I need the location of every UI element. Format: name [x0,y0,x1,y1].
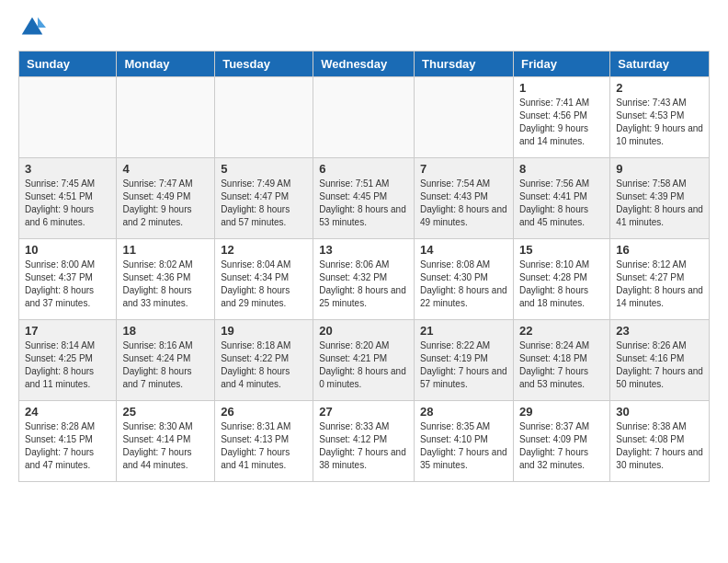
day-detail: Sunrise: 8:12 AM Sunset: 4:27 PM Dayligh… [616,259,703,310]
calendar-cell: 30Sunrise: 8:38 AM Sunset: 4:08 PM Dayli… [610,401,710,482]
calendar-cell: 28Sunrise: 8:35 AM Sunset: 4:10 PM Dayli… [415,401,514,482]
week-row: 3Sunrise: 7:45 AM Sunset: 4:51 PM Daylig… [19,158,710,239]
calendar-cell: 15Sunrise: 8:10 AM Sunset: 4:28 PM Dayli… [513,239,609,320]
day-number: 2 [616,81,703,95]
day-number: 21 [420,324,507,338]
day-detail: Sunrise: 7:58 AM Sunset: 4:39 PM Dayligh… [616,178,703,229]
calendar-cell: 21Sunrise: 8:22 AM Sunset: 4:19 PM Dayli… [415,320,514,401]
day-number: 5 [221,162,307,176]
day-number: 11 [122,243,209,257]
calendar-cell: 26Sunrise: 8:31 AM Sunset: 4:13 PM Dayli… [215,401,313,482]
day-number: 27 [319,405,408,419]
header-row: SundayMondayTuesdayWednesdayThursdayFrid… [19,52,710,77]
logo-icon [18,14,46,41]
calendar-cell [19,77,117,158]
day-number: 29 [519,405,604,419]
day-number: 8 [519,162,604,176]
day-number: 17 [25,324,110,338]
calendar-cell [313,77,415,158]
day-detail: Sunrise: 8:02 AM Sunset: 4:36 PM Dayligh… [122,259,209,310]
day-number: 28 [420,405,507,419]
day-detail: Sunrise: 8:18 AM Sunset: 4:22 PM Dayligh… [221,339,307,391]
calendar-cell [415,77,514,158]
calendar-cell: 24Sunrise: 8:28 AM Sunset: 4:15 PM Dayli… [19,401,117,482]
day-number: 20 [319,324,408,338]
day-detail: Sunrise: 8:28 AM Sunset: 4:15 PM Dayligh… [25,420,110,472]
day-detail: Sunrise: 8:16 AM Sunset: 4:24 PM Dayligh… [122,339,209,391]
logo [18,14,51,41]
calendar-cell: 5Sunrise: 7:49 AM Sunset: 4:47 PM Daylig… [215,158,313,239]
week-row: 17Sunrise: 8:14 AM Sunset: 4:25 PM Dayli… [19,320,710,401]
calendar-cell: 18Sunrise: 8:16 AM Sunset: 4:24 PM Dayli… [117,320,215,401]
weekday-header: Wednesday [313,52,415,77]
day-number: 3 [25,162,110,176]
day-detail: Sunrise: 7:47 AM Sunset: 4:49 PM Dayligh… [122,178,209,229]
day-detail: Sunrise: 8:06 AM Sunset: 4:32 PM Dayligh… [319,259,408,310]
day-number: 23 [616,324,703,338]
day-number: 13 [319,243,408,257]
day-number: 30 [616,405,703,419]
day-detail: Sunrise: 7:56 AM Sunset: 4:41 PM Dayligh… [519,178,604,229]
day-detail: Sunrise: 7:49 AM Sunset: 4:47 PM Dayligh… [221,178,307,229]
day-detail: Sunrise: 7:54 AM Sunset: 4:43 PM Dayligh… [420,178,507,229]
calendar-cell: 1Sunrise: 7:41 AM Sunset: 4:56 PM Daylig… [513,77,609,158]
calendar-cell: 14Sunrise: 8:08 AM Sunset: 4:30 PM Dayli… [415,239,514,320]
weekday-header: Thursday [415,52,514,77]
day-detail: Sunrise: 7:51 AM Sunset: 4:45 PM Dayligh… [319,178,408,229]
calendar-cell: 13Sunrise: 8:06 AM Sunset: 4:32 PM Dayli… [313,239,415,320]
day-detail: Sunrise: 8:20 AM Sunset: 4:21 PM Dayligh… [319,339,408,391]
calendar-cell: 7Sunrise: 7:54 AM Sunset: 4:43 PM Daylig… [415,158,514,239]
calendar-cell: 3Sunrise: 7:45 AM Sunset: 4:51 PM Daylig… [19,158,117,239]
day-number: 14 [420,243,507,257]
calendar-cell: 11Sunrise: 8:02 AM Sunset: 4:36 PM Dayli… [117,239,215,320]
day-detail: Sunrise: 8:24 AM Sunset: 4:18 PM Dayligh… [519,339,604,391]
day-detail: Sunrise: 8:26 AM Sunset: 4:16 PM Dayligh… [616,339,703,391]
day-number: 10 [25,243,110,257]
calendar-cell: 29Sunrise: 8:37 AM Sunset: 4:09 PM Dayli… [513,401,609,482]
day-number: 16 [616,243,703,257]
day-detail: Sunrise: 7:41 AM Sunset: 4:56 PM Dayligh… [519,97,604,148]
day-detail: Sunrise: 8:14 AM Sunset: 4:25 PM Dayligh… [25,339,110,391]
weekday-header: Monday [117,52,215,77]
day-number: 4 [122,162,209,176]
day-detail: Sunrise: 8:10 AM Sunset: 4:28 PM Dayligh… [519,259,604,310]
day-number: 19 [221,324,307,338]
day-number: 7 [420,162,507,176]
page: SundayMondayTuesdayWednesdayThursdayFrid… [0,0,728,563]
day-number: 1 [519,81,604,95]
calendar-cell: 25Sunrise: 8:30 AM Sunset: 4:14 PM Dayli… [117,401,215,482]
day-number: 22 [519,324,604,338]
day-number: 9 [616,162,703,176]
day-number: 6 [319,162,408,176]
calendar-cell: 2Sunrise: 7:43 AM Sunset: 4:53 PM Daylig… [610,77,710,158]
day-detail: Sunrise: 8:08 AM Sunset: 4:30 PM Dayligh… [420,259,507,310]
calendar-cell: 10Sunrise: 8:00 AM Sunset: 4:37 PM Dayli… [19,239,117,320]
calendar-table: SundayMondayTuesdayWednesdayThursdayFrid… [18,51,710,482]
day-number: 12 [221,243,307,257]
calendar-cell: 16Sunrise: 8:12 AM Sunset: 4:27 PM Dayli… [610,239,710,320]
calendar-cell: 8Sunrise: 7:56 AM Sunset: 4:41 PM Daylig… [513,158,609,239]
calendar-cell: 4Sunrise: 7:47 AM Sunset: 4:49 PM Daylig… [117,158,215,239]
day-number: 25 [122,405,209,419]
header [18,14,710,41]
day-number: 18 [122,324,209,338]
week-row: 1Sunrise: 7:41 AM Sunset: 4:56 PM Daylig… [19,77,710,158]
day-detail: Sunrise: 8:35 AM Sunset: 4:10 PM Dayligh… [420,420,507,472]
day-detail: Sunrise: 8:31 AM Sunset: 4:13 PM Dayligh… [221,420,307,472]
day-number: 24 [25,405,110,419]
week-row: 10Sunrise: 8:00 AM Sunset: 4:37 PM Dayli… [19,239,710,320]
calendar-cell: 20Sunrise: 8:20 AM Sunset: 4:21 PM Dayli… [313,320,415,401]
calendar-cell: 19Sunrise: 8:18 AM Sunset: 4:22 PM Dayli… [215,320,313,401]
day-detail: Sunrise: 8:22 AM Sunset: 4:19 PM Dayligh… [420,339,507,391]
day-number: 26 [221,405,307,419]
calendar-cell: 9Sunrise: 7:58 AM Sunset: 4:39 PM Daylig… [610,158,710,239]
calendar-cell: 17Sunrise: 8:14 AM Sunset: 4:25 PM Dayli… [19,320,117,401]
day-detail: Sunrise: 7:45 AM Sunset: 4:51 PM Dayligh… [25,178,110,229]
weekday-header: Tuesday [215,52,313,77]
calendar-cell: 12Sunrise: 8:04 AM Sunset: 4:34 PM Dayli… [215,239,313,320]
day-number: 15 [519,243,604,257]
calendar-cell [117,77,215,158]
day-detail: Sunrise: 8:30 AM Sunset: 4:14 PM Dayligh… [122,420,209,472]
calendar-cell [215,77,313,158]
weekday-header: Sunday [19,52,117,77]
